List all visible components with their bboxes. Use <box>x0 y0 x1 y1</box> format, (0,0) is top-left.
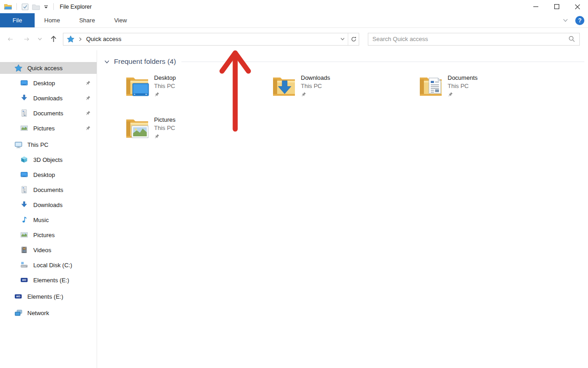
tile-name: Documents <box>448 74 478 82</box>
wd-elements-icon: WD <box>15 293 24 300</box>
quick-access-star-icon <box>15 64 24 72</box>
back-button[interactable] <box>5 36 15 42</box>
downloads-icon <box>21 94 30 102</box>
navigation-pane: Quick access Desktop Downloads Documents… <box>0 50 97 368</box>
pin-icon <box>301 92 306 97</box>
quick-access-star-icon <box>67 36 74 43</box>
downloads-icon <box>21 201 30 208</box>
sidebar-item-quick-access[interactable]: Quick access <box>0 62 97 74</box>
tile-location: This PC <box>301 82 330 90</box>
local-disk-icon <box>21 261 30 269</box>
svg-text:?: ? <box>578 17 582 24</box>
desktop-folder-icon <box>125 75 150 97</box>
new-folder-button[interactable] <box>31 1 41 12</box>
sidebar-item-music[interactable]: Music <box>0 214 97 226</box>
quick-access-toolbar <box>0 1 57 12</box>
search-box[interactable] <box>368 33 580 46</box>
sidebar-item-pictures[interactable]: Pictures <box>0 122 97 134</box>
frequent-folders-grid: Desktop This PC Downloads This PC <box>97 71 567 155</box>
customize-qat-button[interactable] <box>41 1 51 12</box>
sidebar-item-thispc-pictures[interactable]: Pictures <box>0 229 97 241</box>
search-input[interactable] <box>368 36 568 42</box>
tab-share[interactable]: Share <box>70 13 105 27</box>
sidebar-item-network[interactable]: Network <box>0 307 97 319</box>
pin-icon[interactable] <box>85 110 91 116</box>
window-controls <box>525 0 588 13</box>
sidebar-item-thispc-documents[interactable]: Documents <box>0 184 97 196</box>
sidebar-item-desktop[interactable]: Desktop <box>0 77 97 89</box>
folder-tile-documents[interactable]: Documents This PC <box>418 71 565 113</box>
minimize-button[interactable] <box>525 0 546 13</box>
pin-icon <box>154 92 160 97</box>
breadcrumb[interactable]: Quick access <box>86 36 121 42</box>
svg-text:WD: WD <box>16 295 20 298</box>
sidebar-item-downloads[interactable]: Downloads <box>0 92 97 104</box>
sidebar-item-thispc-downloads[interactable]: Downloads <box>0 199 97 211</box>
svg-text:WD: WD <box>22 279 26 281</box>
tile-location: This PC <box>154 82 176 90</box>
group-header-frequent-folders: Frequent folders (4) <box>97 57 588 66</box>
help-button[interactable]: ? <box>575 16 585 26</box>
sidebar-item-thispc-desktop[interactable]: Desktop <box>0 169 97 181</box>
pictures-folder-icon <box>125 117 150 139</box>
tile-name: Pictures <box>154 116 175 124</box>
desktop-icon <box>21 171 30 178</box>
properties-button[interactable] <box>20 1 31 12</box>
file-explorer-logo-icon <box>2 1 14 12</box>
desktop-icon <box>21 79 30 87</box>
downloads-folder-icon <box>272 75 296 97</box>
pictures-icon <box>21 231 30 238</box>
3d-objects-icon <box>21 156 30 163</box>
search-icon[interactable] <box>568 36 575 42</box>
up-button[interactable] <box>47 35 59 43</box>
address-dropdown-button[interactable] <box>337 33 348 45</box>
sidebar-item-documents[interactable]: Documents <box>0 107 97 119</box>
collapse-ribbon-icon[interactable] <box>562 17 568 23</box>
sidebar-item-videos[interactable]: Videos <box>0 244 97 256</box>
title-bar: File Explorer <box>0 0 588 13</box>
tile-name: Downloads <box>301 74 330 82</box>
qat-separator <box>16 3 17 10</box>
this-pc-icon <box>15 141 24 149</box>
tab-home[interactable]: Home <box>35 13 70 27</box>
tab-view[interactable]: View <box>104 13 136 27</box>
videos-icon <box>21 246 30 254</box>
window-title: File Explorer <box>60 4 92 10</box>
pin-icon <box>448 92 453 97</box>
forward-button[interactable] <box>21 36 32 42</box>
wd-elements-icon: WD <box>21 276 30 284</box>
tile-location: This PC <box>154 124 175 132</box>
sidebar-item-elements-e[interactable]: WD Elements (E:) <box>0 274 97 286</box>
pin-icon <box>154 134 160 139</box>
folder-tile-downloads[interactable]: Downloads This PC <box>272 71 418 113</box>
tab-file[interactable]: File <box>0 13 35 27</box>
music-icon <box>21 216 30 223</box>
qat-separator <box>53 3 54 10</box>
group-header-rule <box>181 62 584 62</box>
pin-icon[interactable] <box>85 95 91 101</box>
recent-locations-icon[interactable] <box>36 36 43 41</box>
sidebar-item-this-pc[interactable]: This PC <box>0 139 97 150</box>
sidebar-item-3d-objects[interactable]: 3D Objects <box>0 154 97 166</box>
network-icon <box>15 309 24 317</box>
documents-icon <box>21 109 30 117</box>
maximize-button[interactable] <box>546 0 567 13</box>
collapse-group-icon[interactable] <box>104 59 110 65</box>
tile-location: This PC <box>448 82 478 90</box>
close-button[interactable] <box>567 0 588 13</box>
pin-icon[interactable] <box>85 80 91 86</box>
documents-folder-icon <box>418 75 443 97</box>
address-bar[interactable]: Quick access <box>63 33 359 46</box>
ribbon-tabs: File Home Share View ? <box>0 13 588 28</box>
navigation-bar: Quick access <box>0 28 588 50</box>
folder-tile-desktop[interactable]: Desktop This PC <box>125 71 272 113</box>
documents-icon <box>21 186 30 193</box>
sidebar-item-elements-e-drive[interactable]: WD Elements (E:) <box>0 290 97 302</box>
folder-tile-pictures[interactable]: Pictures This PC <box>125 113 272 155</box>
refresh-button[interactable] <box>348 33 359 45</box>
pictures-icon <box>21 124 30 132</box>
breadcrumb-chevron-icon[interactable] <box>78 37 83 41</box>
sidebar-item-local-disk-c[interactable]: Local Disk (C:) <box>0 259 97 271</box>
group-header-label[interactable]: Frequent folders (4) <box>114 57 176 66</box>
pin-icon[interactable] <box>85 125 91 131</box>
